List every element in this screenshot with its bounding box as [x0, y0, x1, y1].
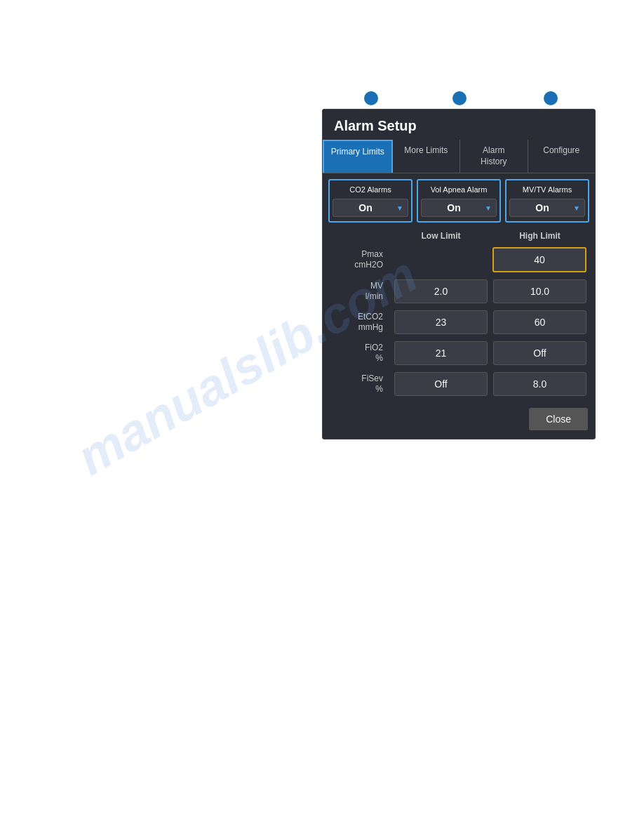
- tab-primary-limits[interactable]: Primary Limits: [323, 140, 393, 173]
- annotation-dot-2: [452, 91, 467, 105]
- annotation-dot-1: [364, 91, 378, 105]
- co2-alarms-dropdown-arrow: ▼: [396, 204, 403, 212]
- dialog-title: Alarm Setup: [323, 110, 595, 140]
- co2-alarms-select[interactable]: On ▼: [333, 199, 408, 217]
- limits-header-row: Low Limit High Limit: [323, 228, 595, 244]
- alarm-toggles-row: CO2 Alarms On ▼ Vol Apnea Alarm On ▼ MV/…: [323, 173, 595, 228]
- vol-apnea-alarm-select[interactable]: On ▼: [421, 199, 497, 217]
- mv-low-limit[interactable]: 2.0: [394, 279, 488, 303]
- mvtv-alarms-label: MV/TV Alarms: [509, 185, 585, 194]
- co2-alarms-box: CO2 Alarms On ▼: [328, 179, 412, 223]
- high-limit-header: High Limit: [490, 231, 589, 241]
- fisev-low-limit[interactable]: Off: [394, 372, 488, 396]
- mv-label: MVl/min: [328, 281, 391, 303]
- limit-row-mv: MVl/min 2.0 10.0: [323, 276, 595, 307]
- fisev-label: FiSev%: [328, 373, 391, 395]
- tabs-row: Primary Limits More Limits AlarmHistory …: [323, 140, 595, 173]
- vol-apnea-alarm-box: Vol Apnea Alarm On ▼: [417, 179, 501, 223]
- co2-alarms-value: On: [337, 202, 394, 213]
- fisev-high-limit[interactable]: 8.0: [493, 372, 586, 396]
- tab-more-limits[interactable]: More Limits: [393, 140, 461, 173]
- etco2-low-limit[interactable]: 23: [394, 310, 488, 334]
- fio2-high-limit[interactable]: Off: [493, 341, 586, 365]
- mvtv-alarms-select[interactable]: On ▼: [509, 199, 585, 217]
- pmax-label: PmaxcmH2O: [328, 249, 391, 271]
- etco2-label: EtCO2mmHg: [328, 312, 391, 333]
- vol-apnea-alarm-value: On: [426, 202, 482, 213]
- vol-apnea-dropdown-arrow: ▼: [485, 204, 492, 212]
- tab-alarm-history[interactable]: AlarmHistory: [460, 140, 528, 173]
- fio2-label: FiO2%: [328, 343, 391, 364]
- close-button[interactable]: Close: [529, 408, 588, 430]
- limit-row-pmax: PmaxcmH2O 40: [323, 244, 595, 276]
- annotation-dot-3: [544, 91, 558, 105]
- limit-row-fisev: FiSev% Off 8.0: [323, 369, 595, 399]
- limit-row-etco2: EtCO2mmHg 23 60: [323, 307, 595, 338]
- mvtv-alarms-box: MV/TV Alarms On ▼: [505, 179, 589, 223]
- mvtv-dropdown-arrow: ▼: [573, 204, 580, 212]
- etco2-high-limit[interactable]: 60: [493, 310, 586, 334]
- mv-high-limit[interactable]: 10.0: [493, 279, 586, 303]
- tab-configure[interactable]: Configure: [528, 140, 596, 173]
- alarm-setup-dialog: Alarm Setup Primary Limits More Limits A…: [322, 109, 596, 439]
- vol-apnea-alarm-label: Vol Apnea Alarm: [421, 185, 497, 194]
- fio2-low-limit[interactable]: 21: [394, 341, 488, 365]
- limit-row-fio2: FiO2% 21 Off: [323, 338, 595, 369]
- mvtv-alarms-value: On: [514, 202, 570, 213]
- pmax-high-limit[interactable]: 40: [492, 247, 586, 272]
- co2-alarms-label: CO2 Alarms: [333, 185, 408, 194]
- low-limit-header: Low Limit: [391, 231, 490, 241]
- dialog-footer: Close: [323, 399, 595, 439]
